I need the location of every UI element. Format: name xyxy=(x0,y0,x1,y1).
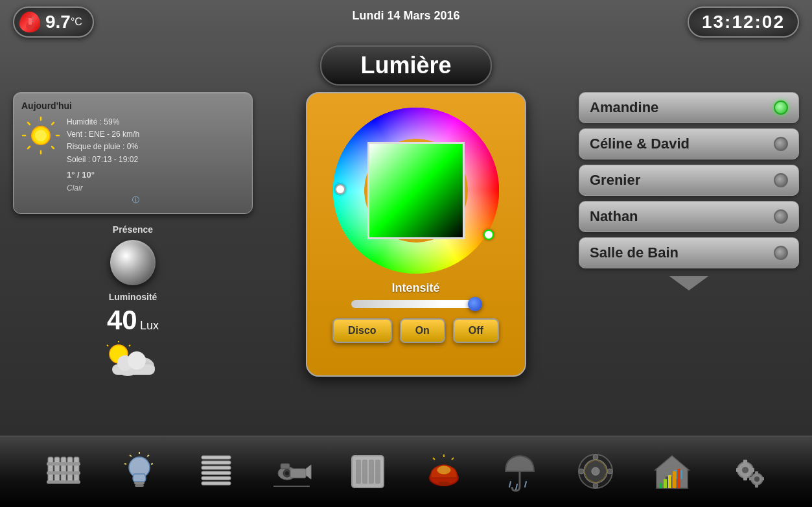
weather-card: Aujourd'hui xyxy=(13,92,253,214)
room-name-nathan: Nathan xyxy=(590,208,774,225)
intensite-label: Intensité xyxy=(391,281,439,295)
color-square[interactable] xyxy=(367,142,465,239)
presence-label: Présence xyxy=(13,224,253,235)
svg-rect-58 xyxy=(369,460,374,484)
nav-light[interactable] xyxy=(119,451,161,493)
lux-display: 40 Lux xyxy=(13,305,253,336)
bottom-nav xyxy=(0,436,812,507)
room-item-grenier[interactable]: Grenier xyxy=(579,165,799,196)
svg-rect-42 xyxy=(202,456,231,459)
alarm-icon xyxy=(423,451,465,493)
lux-unit: Lux xyxy=(140,319,159,332)
lightbulb-icon xyxy=(119,451,161,493)
svg-point-92 xyxy=(754,477,760,482)
nav-weather[interactable] xyxy=(499,451,541,493)
svg-rect-82 xyxy=(668,475,671,488)
svg-line-19 xyxy=(107,345,108,346)
page-title: Lumière xyxy=(360,52,451,78)
nav-camera[interactable] xyxy=(271,451,313,493)
wind-text: Vent : ENE - 26 km/h xyxy=(67,128,139,141)
cloud-sun-container xyxy=(13,341,253,377)
color-wheel-container[interactable] xyxy=(332,106,500,275)
on-button[interactable]: On xyxy=(400,318,445,343)
svg-rect-84 xyxy=(677,469,680,488)
svg-rect-47 xyxy=(202,482,231,485)
svg-rect-57 xyxy=(362,460,367,484)
svg-line-18 xyxy=(129,345,130,346)
svg-line-39 xyxy=(151,464,153,464)
cloud-sun-icon xyxy=(100,341,165,377)
room-item-nathan[interactable]: Nathan xyxy=(579,201,799,232)
intensity-handle[interactable] xyxy=(468,297,482,311)
nav-ventilation[interactable] xyxy=(347,451,389,493)
room-item-celine-david[interactable]: Céline & David xyxy=(579,128,799,159)
svg-rect-29 xyxy=(67,457,73,483)
sun-hours-text: Soleil : 07:13 - 19:02 xyxy=(67,154,139,166)
scroll-down-indicator[interactable] xyxy=(579,276,799,290)
svg-point-50 xyxy=(285,471,289,475)
svg-rect-26 xyxy=(48,457,53,483)
off-button[interactable]: Off xyxy=(453,318,499,343)
nav-settings[interactable] xyxy=(727,451,769,493)
nav-alarm[interactable] xyxy=(423,451,465,493)
nav-shutter[interactable] xyxy=(195,451,237,493)
svg-point-86 xyxy=(742,467,748,473)
svg-rect-88 xyxy=(743,477,747,480)
svg-rect-80 xyxy=(659,483,662,488)
svg-rect-35 xyxy=(134,482,145,484)
svg-point-72 xyxy=(592,467,599,475)
svg-line-38 xyxy=(147,455,149,456)
svg-point-76 xyxy=(607,469,612,474)
chevron-down-icon xyxy=(669,276,708,290)
left-panel: Aujourd'hui xyxy=(13,92,253,377)
weather-details: Humidité : 59% Vent : ENE - 26 km/h Risq… xyxy=(67,116,139,206)
nav-energy[interactable] xyxy=(651,451,693,493)
nav-multimedia[interactable] xyxy=(575,451,617,493)
room-name-celine-david: Céline & David xyxy=(590,136,774,152)
temperature-value: 9.7 xyxy=(45,12,71,32)
svg-point-25 xyxy=(128,351,146,370)
svg-rect-32 xyxy=(47,471,80,475)
radiator-icon xyxy=(43,451,85,493)
svg-rect-53 xyxy=(281,464,290,469)
rain-risk-text: Risque de pluie : 0% xyxy=(67,141,139,153)
svg-point-7 xyxy=(35,130,47,141)
top-bar: 9.7 °C Lundi 14 Mars 2016 13:12:02 xyxy=(0,0,812,44)
ventilation-icon xyxy=(347,451,389,493)
svg-rect-43 xyxy=(202,461,231,464)
svg-line-40 xyxy=(124,464,126,464)
sun-icon xyxy=(21,116,60,155)
svg-line-65 xyxy=(433,458,435,460)
intensity-slider[interactable] xyxy=(351,300,481,308)
svg-line-13 xyxy=(52,147,54,148)
humidity-text: Humidité : 59% xyxy=(67,116,139,128)
weather-info-button[interactable]: ⓘ xyxy=(132,195,139,206)
svg-rect-59 xyxy=(375,460,380,484)
multimedia-icon xyxy=(575,451,617,493)
color-picker-card: Intensité Disco On Off xyxy=(306,92,526,377)
wheel-handle-left[interactable] xyxy=(335,184,345,195)
svg-rect-45 xyxy=(202,471,231,475)
wheel-handle-right[interactable] xyxy=(483,230,494,240)
energy-icon xyxy=(651,451,693,493)
room-indicator-amandine xyxy=(774,100,788,115)
umbrella-icon xyxy=(499,451,541,493)
svg-line-64 xyxy=(452,458,454,460)
weather-row: Humidité : 59% Vent : ENE - 26 km/h Risq… xyxy=(21,116,244,206)
center-panel: Intensité Disco On Off xyxy=(266,92,566,377)
nav-radiator[interactable] xyxy=(43,451,85,493)
room-indicator-grenier xyxy=(774,173,788,187)
time-display: 13:12:02 xyxy=(702,12,785,32)
room-item-salle-de-bain[interactable]: Salle de Bain xyxy=(579,237,799,268)
svg-rect-2 xyxy=(29,18,32,25)
svg-line-41 xyxy=(130,455,132,456)
room-item-amandine[interactable]: Amandine xyxy=(579,92,799,123)
page-title-pill: Lumière xyxy=(320,45,491,86)
shutter-icon xyxy=(195,451,237,493)
svg-point-73 xyxy=(593,454,598,460)
time-widget: 13:12:02 xyxy=(688,6,799,38)
disco-button[interactable]: Disco xyxy=(332,318,392,343)
svg-rect-44 xyxy=(202,466,231,469)
presence-ball[interactable] xyxy=(110,240,156,285)
settings-icon xyxy=(727,451,769,493)
